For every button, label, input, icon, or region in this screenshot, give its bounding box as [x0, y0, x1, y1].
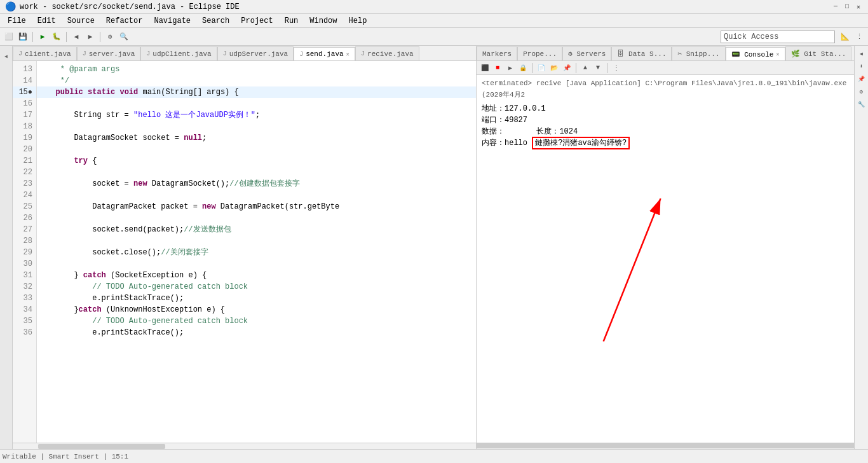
gutter-btn4[interactable]: ⚙	[857, 86, 867, 97]
tab-close-btn[interactable]: ✕	[346, 51, 349, 58]
tab-icon: J	[223, 50, 227, 57]
console-hscroll[interactable]	[477, 443, 854, 449]
line-num-16: 16	[13, 98, 36, 109]
gutter-icon1: ◀	[3, 53, 9, 59]
console-run-btn[interactable]: ▶	[505, 62, 516, 74]
tab-udpclient-java[interactable]: J udpClient.java	[140, 46, 217, 60]
code-line-17: String str = "hello 这是一个JavaUDP实例！";	[37, 109, 476, 121]
menu-refactor[interactable]: Refactor	[101, 15, 148, 27]
maximize-button[interactable]: □	[843, 3, 851, 11]
markers-label: Markers	[482, 50, 512, 58]
code-line-13: * @param args	[37, 64, 476, 75]
code-line-35: // TODO Auto-generated catch block	[37, 315, 476, 327]
tab-properties[interactable]: Prope...	[517, 46, 562, 60]
tab-label: recive.java	[367, 50, 414, 58]
tab-udpserver-java[interactable]: J udpServer.java	[217, 46, 294, 60]
menu-help[interactable]: Help	[344, 15, 372, 27]
status-bar: Writable | Smart Insert | 15:1	[0, 449, 868, 463]
console-hscroll-thumb[interactable]	[477, 443, 854, 448]
console-up-btn[interactable]: ▲	[580, 62, 591, 74]
toolbar-btn4[interactable]: ▶	[84, 31, 97, 43]
console-new-btn[interactable]: 📄	[536, 62, 547, 74]
run-button[interactable]: ▶	[36, 31, 49, 43]
debug-button[interactable]: 🐛	[50, 31, 63, 43]
tab-server-java[interactable]: J server.java	[77, 46, 141, 60]
line-num-28: 28	[13, 235, 36, 247]
menu-run[interactable]: Run	[280, 15, 304, 27]
menu-search[interactable]: Search	[197, 15, 234, 27]
properties-label: Prope...	[523, 50, 557, 58]
toolbar-btn5[interactable]: ⚙	[104, 31, 116, 43]
console-stop-btn[interactable]: ■	[492, 62, 503, 74]
console-scroll-lock-btn[interactable]: 🔒	[517, 62, 529, 74]
perspective-btn[interactable]: 📐	[839, 31, 851, 43]
tab-console[interactable]: 📟 Console ✕	[726, 47, 785, 61]
tab-label: udpClient.java	[153, 50, 211, 58]
title-bar: 🔵 work - socket/src/socket/send.java - E…	[0, 0, 868, 14]
gutter-btn5[interactable]: 🔧	[857, 99, 867, 109]
console-clear-btn[interactable]: ⬛	[479, 62, 491, 74]
console-sep3	[607, 63, 607, 73]
line-num-35: 35	[13, 315, 36, 327]
tab-send-java[interactable]: J send.java ✕	[294, 47, 355, 61]
console-pin-btn[interactable]: 📌	[561, 62, 573, 74]
code-line-18	[37, 121, 476, 132]
console-line-2: 端口：49827	[482, 114, 849, 126]
tab-label: udpServer.java	[229, 50, 288, 58]
close-button[interactable]: ✕	[854, 3, 863, 11]
tab-snippets[interactable]: ✂ Snipp...	[672, 46, 725, 60]
title-bar-buttons[interactable]: ─ □ ✕	[831, 3, 863, 11]
quick-access-input[interactable]: Quick Access	[721, 31, 835, 43]
toolbar-sep1	[32, 32, 33, 42]
code-line-30	[37, 258, 476, 270]
toolbar-extra[interactable]: ⋮	[853, 31, 865, 43]
console-open-btn[interactable]: 📂	[548, 62, 560, 74]
code-line-15: public static void main(String[] args) {	[37, 86, 476, 98]
tab-servers[interactable]: ⚙ Servers	[562, 46, 611, 60]
line-num-19: 19	[13, 132, 36, 144]
new-button[interactable]: ⬜	[3, 31, 15, 43]
console-close-btn[interactable]: ✕	[776, 51, 779, 58]
toolbar-sep2	[66, 32, 67, 42]
line-num-18: 18	[13, 121, 36, 132]
line-num-23: 23	[13, 178, 36, 190]
line-num-33: 33	[13, 293, 36, 304]
code-line-26	[37, 212, 476, 224]
tab-client-java[interactable]: J client.java	[13, 46, 77, 60]
minimize-button[interactable]: ─	[831, 3, 840, 11]
menu-edit[interactable]: Edit	[32, 15, 61, 27]
console-toolbar: ⬛ ■ ▶ 🔒 📄 📂 📌 ▲ ▼ ⋮	[477, 61, 854, 75]
toolbar-sep3	[100, 32, 100, 42]
code-line-24	[37, 190, 476, 201]
menu-source[interactable]: Source	[62, 15, 100, 27]
console-menu-btn[interactable]: ⋮	[611, 62, 622, 74]
menu-navigate[interactable]: Navigate	[149, 15, 196, 27]
tab-recive-java[interactable]: J recive.java	[355, 46, 419, 60]
tab-git[interactable]: 🌿 Git Sta...	[785, 46, 852, 60]
toolbar-btn6[interactable]: 🔍	[118, 31, 130, 43]
console-sep1	[532, 63, 532, 73]
menu-window[interactable]: Window	[304, 15, 342, 27]
gutter-btn3[interactable]: 📌	[857, 74, 867, 84]
status-text: Writable | Smart Insert | 15:1	[3, 453, 128, 460]
gutter-btn1[interactable]: ◀	[857, 48, 867, 59]
line-num-25: 25	[13, 201, 36, 212]
console-output: <terminated> recive [Java Application] C…	[477, 75, 854, 443]
line-num-13: 13	[13, 64, 36, 75]
code-line-20	[37, 144, 476, 155]
menu-file[interactable]: File	[3, 15, 31, 27]
code-line-21: try {	[37, 155, 476, 167]
tab-data-source[interactable]: 🗄 Data S...	[611, 46, 672, 60]
gutter-btn2[interactable]: ⬇	[857, 61, 867, 71]
menu-project[interactable]: Project	[236, 15, 278, 27]
toolbar-btn3[interactable]: ◀	[70, 31, 83, 43]
hscroll-thumb[interactable]	[38, 444, 165, 449]
save-button[interactable]: 💾	[17, 31, 29, 43]
console-down-btn[interactable]: ▼	[592, 62, 604, 74]
code-line-27: socket.send(packet);//发送数据包	[37, 224, 476, 235]
editor-hscroll[interactable]	[13, 443, 476, 449]
code-content[interactable]: * @param args */ public static void main…	[37, 61, 476, 443]
tab-icon: J	[83, 50, 86, 57]
code-line-31: } catch (SocketException e) {	[37, 270, 476, 281]
tab-markers[interactable]: Markers	[477, 46, 517, 60]
